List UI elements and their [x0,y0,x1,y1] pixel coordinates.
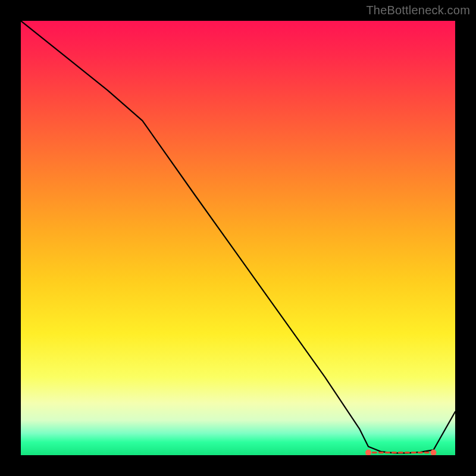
chart-frame: TheBottleneck.com [0,0,476,476]
attribution-label: TheBottleneck.com [366,4,470,17]
plot-area [21,21,455,455]
optimal-start-dot [365,450,371,455]
bottleneck-curve [21,21,455,453]
plot-overlay [21,21,455,455]
